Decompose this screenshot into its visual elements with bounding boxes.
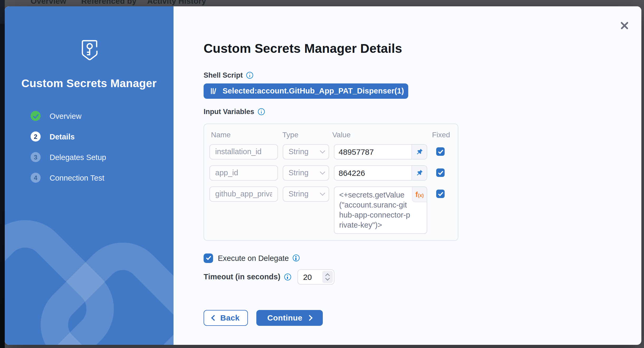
step-number: 2 [31, 131, 41, 142]
table-row: String [209, 144, 453, 159]
variable-value-group: <+secrets.getValue("account.suranc-githu… [334, 186, 427, 234]
variable-value-group [334, 144, 427, 159]
step-label: Connection Test [50, 173, 104, 182]
variable-value-group [334, 165, 427, 180]
back-button[interactable]: Back [204, 310, 248, 326]
wizard-sidebar: Custom Secrets Manager Overview 2 Detail… [5, 6, 173, 345]
type-select-value: String [289, 168, 309, 177]
screen: Overview Referenced by Activity History [0, 0, 644, 348]
variable-value-input[interactable] [334, 144, 411, 159]
step-number: 4 [31, 173, 41, 183]
expression-fx-icon[interactable]: f(x) [412, 187, 427, 202]
fixed-checkbox[interactable] [436, 190, 445, 198]
step-label: Overview [50, 112, 81, 120]
fx-f: f [415, 190, 418, 198]
wizard-steps: Overview 2 Details 3 Delegates Setup 4 C… [31, 111, 106, 193]
table-header: Name Type Value Fixed [211, 130, 453, 139]
variable-name-input[interactable] [209, 186, 278, 201]
tab-activity-history: Activity History [147, 0, 206, 5]
continue-button[interactable]: Continue [256, 310, 323, 326]
tab-referenced-by: Referenced by [81, 0, 136, 5]
number-stepper[interactable] [322, 271, 333, 283]
fixed-checkbox[interactable] [436, 147, 445, 156]
shell-script-label: Shell Script [204, 71, 253, 79]
chevron-down-icon [320, 190, 325, 195]
secrets-manager-shield-key-icon [80, 39, 100, 63]
fx-sub: (x) [418, 192, 424, 198]
chevron-right-icon [307, 315, 313, 321]
fixed-checkbox[interactable] [436, 168, 445, 177]
timeout-label: Timeout (in seconds) [204, 272, 280, 281]
variable-type-select[interactable]: String [283, 165, 329, 180]
details-step-content: Custom Secrets Manager Details Shell Scr… [173, 6, 641, 345]
table-row: String <+secrets.getValue("account.suran… [209, 186, 453, 234]
execute-on-delegate-row: Execute on Delegate [204, 253, 299, 263]
step-details[interactable]: 2 Details [31, 131, 106, 142]
info-icon[interactable] [284, 273, 291, 280]
execute-on-delegate-checkbox[interactable] [204, 253, 213, 263]
pin-fixed-value-icon[interactable] [411, 166, 427, 180]
background-tab-bar: Overview Referenced by Activity History [5, 0, 644, 6]
timeout-row: Timeout (in seconds) [204, 269, 334, 284]
page-title: Custom Secrets Manager Details [204, 41, 402, 56]
type-select-value: String [289, 147, 309, 156]
chevron-left-icon [211, 315, 217, 321]
continue-button-label: Continue [267, 313, 302, 322]
harness-logo-watermark [5, 218, 173, 345]
step-overview[interactable]: Overview [31, 111, 106, 121]
column-header-fixed: Fixed [432, 130, 453, 139]
type-select-value: String [289, 190, 309, 198]
step-done-icon [31, 111, 41, 121]
wizard-title: Custom Secrets Manager [5, 77, 173, 90]
variable-type-select[interactable]: String [283, 186, 329, 201]
chevron-down-icon [320, 148, 325, 153]
step-label: Details [50, 132, 75, 141]
step-label: Delegates Setup [50, 153, 106, 161]
timeout-input[interactable] [299, 272, 322, 281]
column-header-type: Type [282, 130, 328, 139]
variable-value-input[interactable] [334, 166, 411, 180]
step-delegates-setup[interactable]: 3 Delegates Setup [31, 152, 106, 162]
variable-name-input[interactable] [209, 165, 278, 180]
background-side-nav [0, 0, 5, 348]
template-library-icon [210, 87, 218, 95]
back-button-label: Back [220, 313, 239, 322]
shell-script-selected-button[interactable]: Selected:account.GitHub_App_PAT_Dispense… [204, 83, 408, 98]
shell-script-selected-text: Selected:account.GitHub_App_PAT_Dispense… [223, 87, 404, 95]
timeout-input-box [297, 269, 334, 284]
tab-overview: Overview [31, 0, 66, 5]
input-variables-label-text: Input Variables [204, 107, 254, 115]
variable-type-select[interactable]: String [283, 144, 329, 159]
execute-on-delegate-label: Execute on Delegate [218, 254, 289, 262]
input-variables-table: Name Type Value Fixed String [204, 123, 458, 241]
step-connection-test[interactable]: 4 Connection Test [31, 172, 106, 183]
column-header-value: Value [332, 130, 423, 139]
info-icon[interactable] [258, 108, 265, 115]
input-variables-label: Input Variables [204, 107, 265, 115]
step-number: 3 [31, 152, 41, 162]
wizard-actions: Back Continue [204, 310, 323, 326]
variable-name-input[interactable] [209, 144, 278, 159]
pin-fixed-value-icon[interactable] [411, 144, 427, 159]
info-icon[interactable] [292, 255, 299, 261]
table-row: String [209, 165, 453, 180]
close-icon[interactable] [619, 20, 629, 30]
info-icon[interactable] [247, 72, 253, 78]
chevron-down-icon [320, 169, 325, 174]
column-header-name: Name [211, 130, 278, 139]
custom-secrets-manager-dialog: Custom Secrets Manager Overview 2 Detail… [5, 6, 641, 345]
shell-script-label-text: Shell Script [204, 71, 243, 79]
